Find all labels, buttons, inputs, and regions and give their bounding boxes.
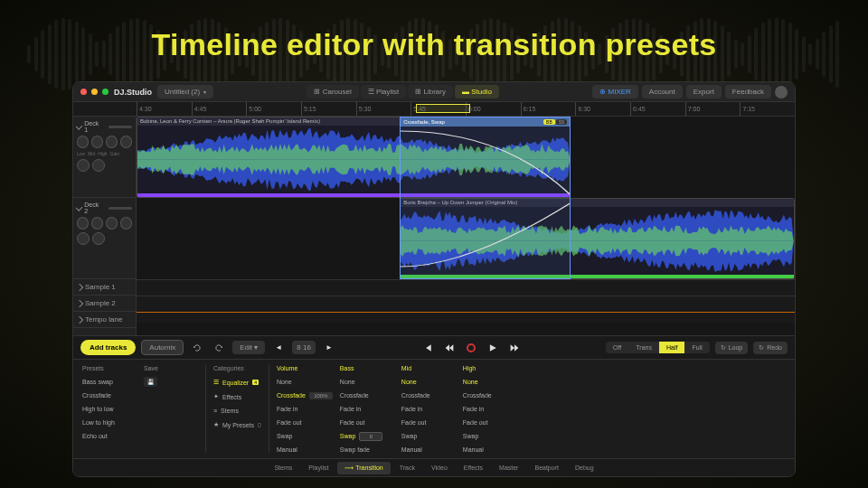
avatar[interactable] (775, 86, 788, 99)
close-icon[interactable] (80, 89, 87, 95)
maximize-icon[interactable] (102, 89, 108, 95)
knob-high[interactable] (106, 136, 118, 148)
tab-library[interactable]: ⊞ Library (408, 85, 453, 99)
bottom-tab-video[interactable]: Video (424, 462, 455, 474)
time-ruler[interactable]: 4:30 4:45 5:00 5:15 5:30 5:45 6:00 6:15 … (73, 102, 795, 117)
knob-b[interactable] (92, 232, 105, 245)
undo-icon[interactable] (189, 340, 205, 356)
opt-fadein[interactable]: Fade in (340, 404, 394, 414)
opt-none[interactable]: None (277, 377, 333, 387)
swap-value[interactable]: 0 (359, 432, 382, 441)
opt-fadeout[interactable]: Fade out (340, 418, 394, 427)
opt-fadeout[interactable]: Fade out (401, 418, 456, 427)
opt-crossfade[interactable]: Crossfade (277, 390, 306, 400)
bottom-tab-debug[interactable]: Debug (568, 462, 601, 474)
tempo-lane[interactable] (137, 312, 795, 323)
rewind-icon[interactable] (441, 340, 458, 356)
opt-manual[interactable]: Manual (463, 445, 517, 455)
mixer-button[interactable]: ⊕ MIXER (592, 85, 638, 99)
forward-icon[interactable] (506, 340, 523, 356)
preset-item[interactable]: Low to high (82, 418, 137, 427)
snap-bars-button[interactable]: 8 16 (292, 341, 316, 354)
sample-1-header[interactable]: Sample 1 (73, 279, 136, 296)
feedback-button[interactable]: Feedback (725, 85, 771, 99)
knob-mid[interactable] (91, 136, 103, 148)
tempo-lane-header[interactable]: Tempo lane (73, 312, 136, 328)
add-tracks-button[interactable]: Add tracks (80, 340, 136, 355)
opt-none[interactable]: None (340, 377, 394, 387)
collapse-icon[interactable] (76, 315, 83, 323)
save-preset-button[interactable]: 💾 (144, 377, 157, 387)
preset-item[interactable]: High to low (82, 404, 137, 414)
knob-gain[interactable] (120, 217, 132, 230)
zoom-off[interactable]: Off (606, 342, 628, 353)
tab-playlist[interactable]: ☰ Playlist (361, 85, 407, 99)
opt-none[interactable]: None (401, 377, 456, 387)
preset-item[interactable]: Echo out (82, 431, 137, 441)
go-start-icon[interactable] (420, 340, 436, 356)
project-dropdown[interactable]: Untitled (2) ▾ (157, 85, 213, 99)
bottom-tab-master[interactable]: Master (492, 462, 525, 474)
transition-mode-toggle[interactable]: BBSS (543, 119, 567, 125)
sample-2-header[interactable]: Sample 2 (73, 296, 136, 312)
tab-carousel[interactable]: ⊞ Carousel (307, 85, 358, 99)
bottom-tab-track[interactable]: Track (392, 462, 422, 474)
opt-swap[interactable]: Swap (463, 431, 517, 441)
knob-low[interactable] (77, 136, 89, 148)
knob-low[interactable] (77, 217, 89, 230)
zoom-half[interactable]: Half (659, 342, 684, 353)
export-button[interactable]: Export (686, 85, 722, 99)
cat-effects[interactable]: ✦ Effects (213, 391, 261, 402)
knob-a[interactable] (77, 232, 90, 245)
deck-2-header[interactable]: Deck 2 (73, 198, 136, 279)
opt-fadein[interactable]: Fade in (277, 404, 333, 414)
opt-manual[interactable]: Manual (277, 445, 333, 455)
cat-stems[interactable]: ≡ Stems (213, 406, 261, 416)
zoom-full[interactable]: Full (684, 342, 709, 353)
play-button[interactable] (485, 340, 501, 356)
minimize-icon[interactable] (91, 89, 98, 95)
sample-1-lane[interactable] (137, 279, 795, 296)
collapse-icon[interactable] (76, 299, 83, 306)
automix-button[interactable]: Automix (141, 340, 184, 355)
transition-header[interactable]: Crossfade, Swap BBSS (401, 117, 570, 127)
volume-slider[interactable] (108, 207, 132, 210)
opt-fadein[interactable]: Fade in (463, 404, 517, 414)
knob-a[interactable] (77, 159, 90, 172)
zoom-trans[interactable]: Trans (628, 342, 659, 353)
knob-mid[interactable] (91, 217, 103, 230)
preset-item[interactable]: Crossfade (82, 390, 137, 400)
snap-right-icon[interactable]: ► (321, 340, 337, 356)
opt-swap[interactable]: Swap (340, 431, 356, 441)
bottom-tab-transition[interactable]: ⟿ Transition (337, 462, 390, 474)
opt-swap[interactable]: Swap (401, 431, 456, 441)
deck-1-header[interactable]: Deck 1 LowMidHighGain (73, 117, 136, 198)
redo-action-button[interactable]: ↻ Redo (753, 342, 788, 354)
zoom-segment[interactable]: Off Trans Half Full (606, 342, 710, 353)
opt-swapfade[interactable]: Swap fade (340, 445, 394, 455)
transition-region[interactable]: Crossfade, Swap BBSS (400, 117, 571, 279)
loop-button[interactable]: ↻ Loop (715, 342, 749, 354)
record-button[interactable] (463, 340, 479, 356)
sample-2-lane[interactable] (137, 296, 795, 312)
opt-fadeout[interactable]: Fade out (463, 418, 517, 427)
cat-my-presets[interactable]: ★ My Presets 0 (213, 419, 261, 430)
tab-studio[interactable]: ▬ Studio (455, 85, 499, 99)
bottom-tab-effects[interactable]: Effects (457, 462, 490, 474)
account-button[interactable]: Account (642, 85, 683, 99)
bottom-tab-stems[interactable]: Stems (267, 462, 299, 474)
snap-left-icon[interactable]: ◄ (270, 340, 287, 356)
opt-fadeout[interactable]: Fade out (277, 418, 333, 427)
bottom-tab-playlist[interactable]: Playlist (301, 462, 335, 474)
opt-crossfade[interactable]: Crossfade (463, 390, 517, 400)
preset-item[interactable]: Bass swap (82, 377, 137, 387)
opt-fadein[interactable]: Fade in (401, 404, 456, 414)
bottom-tab-beatport[interactable]: Beatport (527, 462, 565, 474)
opt-crossfade[interactable]: Crossfade (401, 390, 456, 400)
collapse-icon[interactable] (76, 283, 83, 290)
timeline-canvas[interactable]: Bobina, Leon & Ferry Corsten – Anura (Ro… (137, 117, 795, 335)
expand-icon[interactable] (76, 204, 83, 211)
crossfade-value[interactable]: 100% (309, 392, 333, 399)
opt-none[interactable]: None (463, 377, 517, 387)
edit-dropdown[interactable]: Edit ▾ (232, 341, 265, 354)
